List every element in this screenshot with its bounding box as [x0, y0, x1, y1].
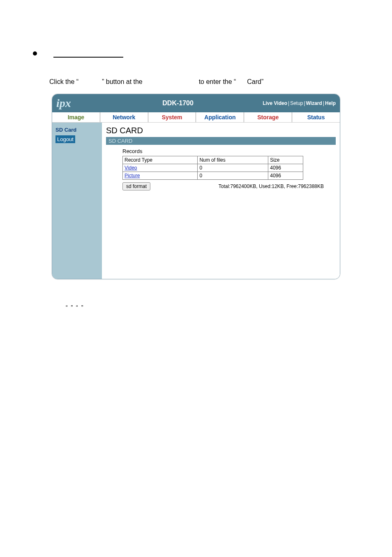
- app-panel: ipx DDK-1700 Live Video|Setup|Wizard|Hel…: [52, 94, 340, 279]
- th-type: Record Type: [123, 156, 198, 164]
- logo: ipx: [56, 97, 93, 110]
- instr-p2: ” button at the: [102, 78, 143, 85]
- link-help[interactable]: Help: [325, 100, 336, 106]
- tab-image[interactable]: Image: [52, 112, 100, 122]
- bullet-icon: [33, 51, 37, 56]
- tab-application[interactable]: Application: [196, 112, 244, 122]
- subtitle-bar: SD CARD: [106, 137, 336, 145]
- link-wizard[interactable]: Wizard: [306, 100, 322, 106]
- main-content: SD CARD SD CARD Records Record Type Num …: [102, 123, 340, 279]
- instr-p3: to enter the “: [199, 78, 236, 85]
- instruction-text: Click the “ ” button at the to enter the…: [49, 78, 359, 86]
- instr-p4: Card”: [247, 78, 263, 85]
- sidebar-item-sdcard[interactable]: SD Card: [55, 127, 99, 133]
- link-setup[interactable]: Setup: [290, 100, 303, 106]
- table-row: Video 0 4096: [123, 164, 303, 172]
- tab-status[interactable]: Status: [292, 112, 340, 122]
- cell-size-0: 4096: [268, 164, 303, 172]
- panel-header: ipx DDK-1700 Live Video|Setup|Wizard|Hel…: [52, 94, 340, 112]
- tabbar: Image Network System Application Storage…: [52, 112, 340, 123]
- tab-storage[interactable]: Storage: [244, 112, 292, 122]
- records-label: Records: [122, 148, 336, 154]
- table-row: Picture 0 4096: [123, 172, 303, 180]
- sd-format-button[interactable]: sd format: [122, 182, 150, 190]
- top-links: Live Video|Setup|Wizard|Help: [263, 100, 336, 106]
- tab-network[interactable]: Network: [100, 112, 148, 122]
- sidebar-item-logout[interactable]: Logout: [55, 135, 75, 143]
- usage-text: Total:7962400KB, Used:12KB, Free:7962388…: [219, 183, 324, 189]
- link-live-video[interactable]: Live Video: [263, 100, 287, 106]
- records-table: Record Type Num of files Size Video 0 40…: [122, 156, 303, 180]
- sidebar: SD Card Logout: [52, 123, 102, 279]
- th-size: Size: [268, 156, 303, 164]
- page-title: SD CARD: [106, 126, 336, 135]
- cell-size-1: 4096: [268, 172, 303, 180]
- quotes-placeholder: “ ” “ ”: [66, 304, 359, 311]
- tab-system[interactable]: System: [148, 112, 196, 122]
- model-label: DDK-1700: [162, 100, 194, 107]
- underline-placeholder: [53, 49, 123, 58]
- instr-p1: Click the “: [49, 78, 78, 85]
- table-header-row: Record Type Num of files Size: [123, 156, 303, 164]
- link-video[interactable]: Video: [125, 165, 137, 171]
- th-num: Num of files: [198, 156, 268, 164]
- cell-num-0: 0: [198, 164, 268, 172]
- cell-num-1: 0: [198, 172, 268, 180]
- link-picture[interactable]: Picture: [125, 173, 140, 179]
